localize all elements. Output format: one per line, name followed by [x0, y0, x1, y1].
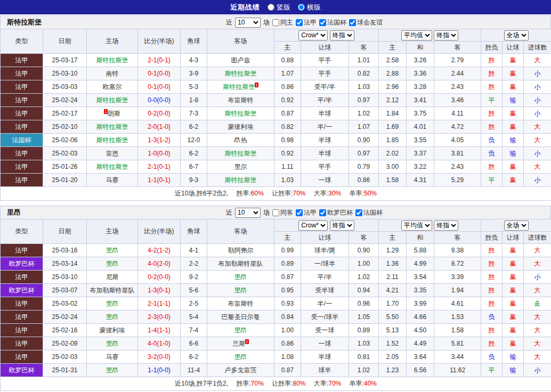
- score-link[interactable]: 4-0(1-0): [148, 340, 171, 347]
- vertical-radio[interactable]: [268, 4, 274, 11]
- league-checkbox-2[interactable]: [349, 19, 356, 26]
- team-link[interactable]: 里昂: [106, 340, 119, 347]
- layout-radio-vertical[interactable]: 竖版: [268, 3, 290, 12]
- odds-company-select[interactable]: Crow*: [298, 30, 328, 40]
- match-row: 法甲25-03-10南特0-1(0-0)3-9斯特拉斯堡1.07平手0.822.…: [1, 67, 551, 80]
- league-checkbox-2[interactable]: [355, 209, 362, 216]
- team-link[interactable]: 里昂: [106, 260, 119, 267]
- team-link[interactable]: 马赛: [106, 353, 119, 361]
- league-checkbox-1[interactable]: [319, 19, 326, 26]
- league-checkbox-1[interactable]: [319, 209, 326, 216]
- team-link[interactable]: 里昂: [106, 313, 119, 321]
- same-venue-checkbox[interactable]: [272, 209, 279, 216]
- score-link[interactable]: 0-1(0-0): [148, 70, 171, 77]
- team-link[interactable]: 卢多戈雷茨: [225, 366, 257, 374]
- score-link[interactable]: 2-1(0-1): [148, 56, 171, 64]
- avg-away-cell: 3.46: [434, 94, 481, 107]
- score-link[interactable]: 1-3(1-2): [148, 136, 171, 144]
- odds-stage-select[interactable]: 终指: [330, 220, 354, 231]
- team-link[interactable]: 蒙彼利埃: [228, 123, 254, 130]
- layout-radio-horizontal[interactable]: 横版: [298, 3, 321, 12]
- team-link[interactable]: 斯特拉斯堡: [225, 176, 257, 184]
- result-winloss-cell: 胜: [481, 271, 503, 284]
- league-filter-2[interactable]: 法国杯: [355, 208, 383, 217]
- score-link[interactable]: 1-1(0-1): [148, 176, 171, 184]
- team-link[interactable]: 斯特拉斯堡1: [223, 83, 258, 91]
- team-link[interactable]: 斯特拉斯堡: [96, 123, 128, 130]
- score-link[interactable]: 1-4(1-1): [148, 326, 171, 334]
- team-link[interactable]: 里昂: [106, 300, 119, 307]
- league-filter-0[interactable]: 法甲: [296, 208, 317, 217]
- team-link[interactable]: 斯特拉斯堡: [96, 163, 128, 170]
- score-link[interactable]: 1-0(0-0): [148, 150, 171, 157]
- team-link[interactable]: 昂热: [234, 136, 247, 144]
- team-link[interactable]: 布雷斯特: [228, 300, 254, 307]
- team-link[interactable]: 里昂: [106, 366, 119, 374]
- team-link[interactable]: 布加勒斯特星队: [218, 260, 263, 267]
- league-checkbox-0[interactable]: [296, 209, 303, 216]
- team-link[interactable]: 斯特拉斯堡: [225, 150, 257, 157]
- league-filter-2[interactable]: 球会友谊: [349, 18, 383, 27]
- avg-odds-select[interactable]: 平均值: [401, 220, 432, 231]
- team-link[interactable]: 布雷斯特: [228, 96, 254, 104]
- score-link[interactable]: 2-3(0-0): [148, 313, 171, 321]
- team-link[interactable]: 里昂: [234, 273, 247, 281]
- team-link[interactable]: 里昂: [106, 247, 119, 254]
- team-link[interactable]: 勒阿弗尔: [228, 247, 254, 254]
- match-row: 法甲25-02-16蒙彼利埃1-4(1-1)7-4里昂1.00受一球0.895.…: [1, 324, 551, 337]
- match-count-select[interactable]: 10: [235, 18, 261, 28]
- corner-cell: 5-4: [181, 311, 207, 324]
- fulltime-select[interactable]: 全场: [504, 30, 529, 40]
- team-link[interactable]: 欧塞尔: [103, 83, 122, 91]
- league-filter-1[interactable]: 法国杯: [319, 18, 346, 27]
- score-link[interactable]: 4-0(2-0): [148, 260, 171, 267]
- team-link[interactable]: 1朗斯: [104, 110, 120, 117]
- team-link[interactable]: 南特: [106, 70, 119, 77]
- team-link[interactable]: 斯特拉斯堡: [96, 56, 128, 64]
- score-link[interactable]: 0-2(0-0): [148, 110, 171, 117]
- score-link[interactable]: 1-3(0-1): [148, 287, 171, 294]
- same-venue-filter[interactable]: 同客: [272, 208, 293, 217]
- score-link[interactable]: 0-0(0-0): [148, 96, 171, 104]
- odds-company-select[interactable]: Crow*: [298, 220, 328, 231]
- team-link[interactable]: 图卢兹: [231, 56, 250, 64]
- avg-odds-select[interactable]: 平均值: [401, 30, 432, 40]
- league-filter-1[interactable]: 欧罗巴杯: [319, 208, 353, 217]
- team-link[interactable]: 巴黎圣日尔曼: [222, 313, 260, 321]
- team-link[interactable]: 里昂: [234, 326, 247, 334]
- avg-stage-select[interactable]: 终指: [434, 30, 458, 40]
- team-link[interactable]: 兰斯1: [232, 340, 248, 347]
- team-link[interactable]: 尼斯: [106, 273, 119, 281]
- score-link[interactable]: 0-1(0-0): [148, 83, 171, 91]
- score-link[interactable]: 4-2(1-2): [148, 247, 171, 254]
- team-link[interactable]: 蒙彼利埃: [100, 326, 125, 334]
- team-link[interactable]: 斯特拉斯堡: [96, 136, 128, 144]
- match-count-select[interactable]: 10: [235, 208, 261, 218]
- odds-stage-select[interactable]: 终指: [330, 30, 354, 40]
- team-link[interactable]: 斯特拉斯堡: [225, 110, 257, 117]
- horizontal-radio[interactable]: [298, 4, 305, 11]
- score-link[interactable]: 1-1(0-0): [148, 366, 171, 374]
- score-link[interactable]: 2-0(1-0): [148, 123, 171, 130]
- team-link[interactable]: 里昂: [234, 287, 247, 294]
- score-link[interactable]: 2-1(0-1): [148, 163, 171, 170]
- fulltime-select[interactable]: 全场: [504, 220, 529, 231]
- odds-away-cell: 1.07: [349, 120, 379, 134]
- league-checkbox-0[interactable]: [296, 19, 303, 26]
- away-team-cell: 斯特拉斯堡: [207, 147, 274, 160]
- team-link[interactable]: 里尔: [234, 163, 247, 170]
- same-venue-filter[interactable]: 同主: [272, 18, 293, 27]
- team-link[interactable]: 里昂: [234, 353, 247, 361]
- team-link[interactable]: 布加勒斯特星队: [90, 287, 135, 294]
- team-link[interactable]: 雷恩: [106, 150, 119, 157]
- team-link[interactable]: 斯特拉斯堡: [96, 96, 128, 104]
- team-link[interactable]: 斯特拉斯堡: [225, 70, 257, 77]
- league-filter-0[interactable]: 法甲: [296, 18, 317, 27]
- score-cell: 0-2(0-0): [138, 271, 181, 284]
- score-link[interactable]: 3-2(0-0): [148, 353, 171, 361]
- team-link[interactable]: 马赛: [106, 176, 119, 184]
- same-venue-checkbox[interactable]: [272, 19, 279, 26]
- score-link[interactable]: 0-2(0-0): [148, 273, 171, 281]
- score-link[interactable]: 2-1(1-1): [148, 300, 171, 307]
- avg-stage-select[interactable]: 终指: [434, 220, 458, 231]
